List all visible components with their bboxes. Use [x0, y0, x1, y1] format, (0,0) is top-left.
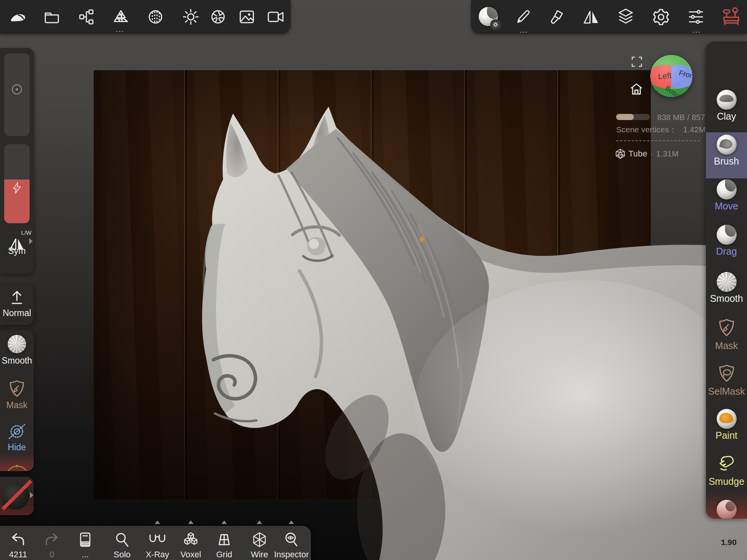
- mask-shield-icon: [706, 315, 747, 339]
- alpha-expand-arrow[interactable]: [30, 492, 33, 498]
- mask-shield-icon: [0, 379, 34, 399]
- tool-selmask[interactable]: SelMask: [706, 361, 747, 404]
- tool-paint[interactable]: Paint: [706, 407, 747, 450]
- layer-pyramid-icon[interactable]: [112, 8, 129, 25]
- material-settings-badge[interactable]: [490, 19, 501, 30]
- lighting-icon[interactable]: [182, 8, 199, 25]
- settings-gear-icon[interactable]: [652, 8, 670, 26]
- mesh-icosahedron-icon: [615, 149, 625, 159]
- object-vertex-count: 1.31M: [656, 149, 678, 158]
- inspector-button[interactable]: Inspector: [274, 526, 309, 560]
- xray-caret: [155, 520, 160, 524]
- grid-caret: [221, 520, 227, 524]
- grid-icon: [207, 526, 241, 550]
- brush-settings-panel: L/W Sym: [0, 48, 34, 274]
- voxel-button[interactable]: Voxel: [174, 526, 208, 560]
- history-journal-button[interactable]: ...: [68, 526, 102, 560]
- journal-icon: [68, 526, 102, 550]
- camera-icon[interactable]: [267, 9, 284, 25]
- scene-vertices-line: Scene vertices： 1.42M: [616, 124, 706, 135]
- stroke-cursor-dot: [420, 237, 424, 241]
- hide-dissolve-icon: [0, 422, 34, 441]
- wire-caret: [257, 520, 262, 524]
- redo-icon: [35, 526, 69, 550]
- tool-sidebar: Clay Brush Move Drag Smooth Mask: [706, 41, 747, 519]
- wire-toggle[interactable]: Wire: [242, 526, 277, 560]
- paintbrush-icon[interactable]: [548, 8, 565, 25]
- sym-label: Sym: [0, 246, 34, 256]
- undo-count: 4211: [1, 550, 35, 559]
- toolbox-icon[interactable]: [721, 7, 741, 27]
- tool-brush[interactable]: Brush: [706, 132, 747, 175]
- sym-expand-arrow[interactable]: [29, 238, 33, 244]
- top-left-toolbar: ...: [0, 0, 291, 34]
- quick-smooth-tool[interactable]: Smooth: [0, 333, 34, 366]
- redo-button[interactable]: 0: [35, 526, 69, 560]
- top-right-toolbar: ... ...: [471, 0, 747, 34]
- inspector-caret: [289, 520, 294, 524]
- material-sphere-icon[interactable]: [479, 7, 498, 26]
- scene-vertices-value: 1.42M: [683, 125, 706, 134]
- scene-graph-icon[interactable]: [78, 8, 95, 25]
- sliders-icon[interactable]: [688, 8, 704, 25]
- normal-label: Normal: [0, 308, 34, 318]
- matcap-icon[interactable]: [147, 8, 164, 25]
- background-image-icon[interactable]: [238, 8, 255, 25]
- object-sep: ·: [650, 149, 653, 158]
- selmask-shield-icon: [706, 361, 747, 385]
- smudge-finger-icon: [706, 451, 747, 475]
- layers-icon[interactable]: [617, 8, 635, 26]
- stylus-icon[interactable]: [515, 8, 532, 25]
- wireframe-icon: [242, 526, 277, 550]
- quick-hide-tool[interactable]: Hide: [0, 421, 34, 453]
- tool-move[interactable]: Move: [706, 177, 747, 220]
- quick-mask-tool[interactable]: Mask: [0, 378, 34, 410]
- intensity-slider[interactable]: [4, 144, 30, 223]
- intensity-lightning-icon: [11, 182, 23, 194]
- redo-count: 0: [35, 550, 69, 559]
- fullscreen-icon[interactable]: [631, 56, 642, 67]
- tool-drag[interactable]: Drag: [706, 222, 747, 265]
- orientation-ball[interactable]: Left Front Bottom: [650, 55, 692, 97]
- solo-toggle[interactable]: Solo: [105, 526, 139, 560]
- stats-separator: [616, 140, 700, 141]
- tool-smooth[interactable]: Smooth: [706, 270, 747, 313]
- folder-icon[interactable]: [43, 8, 60, 25]
- tool-clay[interactable]: Clay: [706, 87, 747, 130]
- stroke-normal-panel[interactable]: Normal: [0, 284, 34, 325]
- object-stats-line: Tube · 1.31M: [615, 149, 679, 159]
- radius-slider[interactable]: [4, 53, 30, 136]
- solo-magnifier-icon: [105, 526, 139, 550]
- sidebar-scroll-fade: [706, 492, 747, 519]
- xray-glasses-icon: [140, 526, 175, 550]
- postprocess-icon[interactable]: [210, 8, 226, 25]
- symmetry-icon[interactable]: [583, 8, 600, 25]
- undo-button[interactable]: 4211: [1, 526, 35, 560]
- tool-smudge[interactable]: Smudge: [706, 451, 747, 494]
- memory-usage-bar: [616, 114, 650, 120]
- app-logo-icon[interactable]: [9, 9, 27, 25]
- gizmo-tool-partial[interactable]: [8, 465, 26, 471]
- tool-mask[interactable]: Mask: [706, 315, 747, 358]
- object-name: Tube: [628, 149, 647, 159]
- grid-toggle[interactable]: Grid: [207, 526, 241, 560]
- journal-more: ...: [68, 550, 102, 559]
- memory-usage-text: 838 MB / 857 MB: [657, 113, 706, 122]
- voxel-caret: [188, 520, 193, 524]
- inspector-eye-icon: [274, 526, 309, 550]
- bottom-toolbar: 4211 0 ... Solo X-Ray: [0, 526, 311, 560]
- zoom-scale-readout: 1.90: [721, 538, 737, 547]
- undo-icon: [1, 526, 35, 550]
- sliders-more-indicator: ...: [692, 28, 701, 32]
- radius-icon: [11, 83, 23, 96]
- pyramid-more-indicator: ...: [116, 28, 124, 31]
- app-window: ... ...: [0, 0, 747, 560]
- home-view-icon[interactable]: [630, 83, 643, 95]
- normal-arrow-icon: [10, 290, 24, 306]
- scene-vertices-label: Scene vertices：: [616, 125, 677, 134]
- stylus-more-indicator: ...: [520, 28, 528, 32]
- alpha-none-panel[interactable]: [0, 477, 34, 515]
- quick-tools-panel: Smooth Mask Hide: [0, 330, 34, 471]
- sym-lw-label: L/W: [21, 229, 31, 236]
- xray-toggle[interactable]: X-Ray: [140, 526, 175, 560]
